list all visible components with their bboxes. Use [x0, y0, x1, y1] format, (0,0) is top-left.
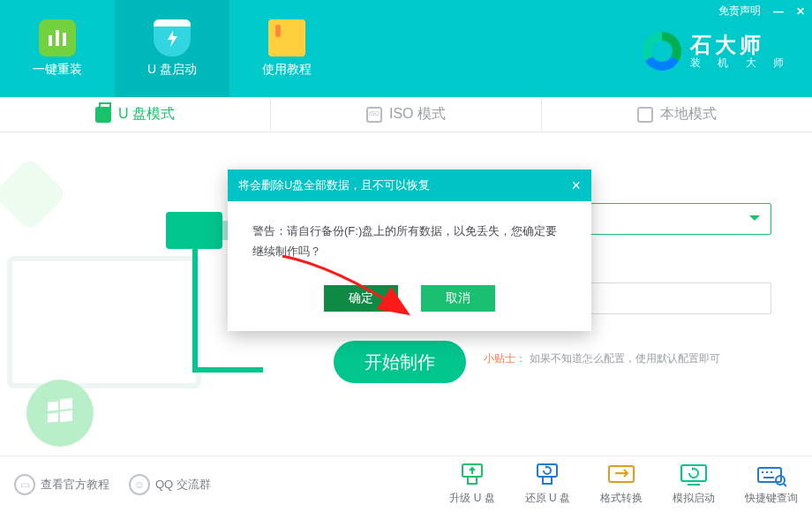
usb-cable-illustration [166, 212, 222, 249]
mode-tabs: U 盘模式 ISO 模式 本地模式 [0, 97, 812, 132]
usb-icon [95, 107, 111, 123]
svg-rect-13 [681, 465, 706, 481]
modal-cancel-button[interactable]: 取消 [421, 285, 495, 312]
tab-reinstall[interactable]: 一键重装 [0, 0, 115, 97]
bottom-actions: 升级 U 盘 还原 U 盘 格式转换 模拟启动 快捷键查询 [449, 463, 798, 506]
decor-monitor-icon [7, 256, 201, 388]
action-label: 升级 U 盘 [449, 491, 494, 506]
svg-rect-4 [48, 401, 58, 410]
book-circle-icon: ▭ [14, 474, 35, 495]
hint-text: 小贴士：如果不知道怎么配置，使用默认配置即可 [484, 351, 720, 366]
modal-close-button[interactable]: × [571, 177, 581, 193]
iso-icon [366, 107, 382, 123]
hint-prefix: 小贴士： [484, 352, 526, 365]
mode-label: ISO 模式 [389, 105, 446, 124]
brand: 石大师 装 机 大 师 [643, 32, 791, 71]
action-label: 还原 U 盘 [525, 491, 570, 506]
action-restore-usb[interactable]: 还原 U 盘 [525, 463, 570, 506]
minimize-button[interactable] [773, 5, 784, 18]
usb-up-icon [457, 463, 487, 487]
modal-ok-button[interactable]: 确定 [324, 285, 398, 312]
brand-subtitle: 装 机 大 师 [690, 57, 791, 69]
bar-chart-icon [39, 19, 76, 56]
hint-body: 如果不知道怎么配置，使用默认配置即可 [530, 352, 720, 365]
svg-rect-7 [60, 410, 72, 422]
shield-bolt-icon [154, 19, 191, 56]
action-simulate-boot[interactable]: 模拟启动 [673, 463, 715, 506]
qq-group-link[interactable]: ☺ QQ 交流群 [129, 474, 211, 495]
svg-rect-2 [63, 33, 66, 46]
mode-tab-local[interactable]: 本地模式 [542, 97, 812, 132]
title-bar: 免责声明 一键重装 U 盘启动 使用教程 石大师 装 机 大 师 [0, 0, 812, 97]
modal-title: 将会删除U盘全部数据，且不可以恢复 [238, 177, 430, 193]
action-label: 模拟启动 [673, 491, 715, 506]
usb-restore-icon [532, 463, 562, 487]
keyboard-search-icon [756, 463, 786, 487]
svg-rect-15 [758, 468, 781, 482]
tab-tutorial[interactable]: 使用教程 [229, 0, 344, 97]
modal-header: 将会删除U盘全部数据，且不可以恢复 × [228, 169, 591, 201]
mode-label: 本地模式 [660, 105, 717, 124]
svg-rect-11 [543, 477, 552, 484]
bottom-bar: ▭ 查看官方教程 ☺ QQ 交流群 升级 U 盘 还原 U 盘 格式转换 模拟启… [0, 456, 812, 512]
action-label: 格式转换 [600, 491, 643, 506]
action-label: 快捷键查询 [745, 491, 798, 506]
tab-label: 一键重装 [33, 62, 82, 78]
mode-label: U 盘模式 [118, 105, 175, 124]
tab-label: U 盘启动 [147, 62, 197, 78]
tab-label: 使用教程 [262, 62, 312, 78]
link-label: 查看官方教程 [41, 477, 109, 493]
official-tutorial-link[interactable]: ▭ 查看官方教程 [14, 474, 109, 495]
svg-rect-1 [56, 30, 59, 46]
svg-rect-9 [468, 477, 477, 484]
people-circle-icon: ☺ [129, 474, 150, 495]
svg-rect-0 [49, 35, 52, 46]
action-hotkey-lookup[interactable]: 快捷键查询 [745, 463, 798, 506]
convert-icon [606, 463, 636, 487]
action-upgrade-usb[interactable]: 升级 U 盘 [449, 463, 494, 506]
brand-title: 石大师 [690, 34, 791, 56]
action-format-convert[interactable]: 格式转换 [600, 463, 643, 506]
close-button[interactable] [796, 5, 805, 18]
brand-logo-icon [643, 32, 681, 71]
windows-badge-icon [26, 380, 94, 447]
modal-body: 警告：请自行备份(F:)盘上的所有数据，以免丢失，您确定要继续制作吗？ [228, 201, 591, 271]
svg-line-21 [784, 484, 786, 486]
svg-marker-3 [168, 31, 177, 47]
window-controls: 免责声明 [718, 4, 805, 19]
mode-tab-iso[interactable]: ISO 模式 [271, 97, 542, 132]
disclaimer-link[interactable]: 免责声明 [718, 4, 761, 19]
mode-tab-usb[interactable]: U 盘模式 [0, 97, 271, 132]
modal-buttons: 确定 取消 [228, 271, 591, 331]
decor-square-icon [0, 157, 67, 232]
start-make-button[interactable]: 开始制作 [334, 341, 466, 383]
chevron-down-icon [749, 211, 760, 227]
book-icon [268, 19, 305, 56]
confirm-modal: 将会删除U盘全部数据，且不可以恢复 × 警告：请自行备份(F:)盘上的所有数据，… [228, 169, 591, 331]
svg-rect-6 [48, 412, 58, 422]
tab-usb-boot[interactable]: U 盘启动 [115, 0, 229, 97]
monitor-icon [637, 107, 653, 123]
svg-rect-5 [60, 398, 72, 410]
link-label: QQ 交流群 [155, 477, 211, 493]
refresh-monitor-icon [679, 463, 709, 487]
